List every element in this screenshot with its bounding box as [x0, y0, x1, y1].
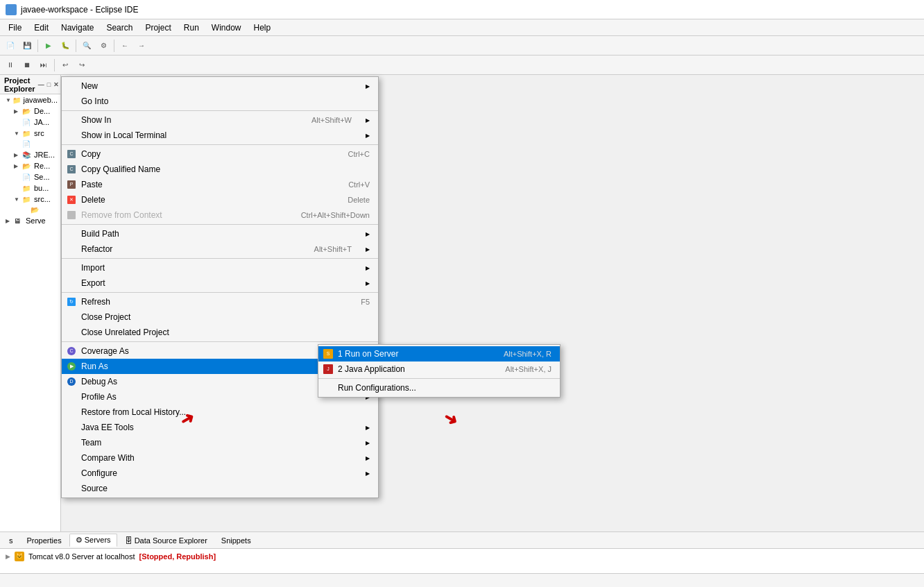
edit-menu[interactable]: Edit — [28, 22, 54, 34]
menu-show-local-terminal[interactable]: Show in Local Terminal ▶ — [62, 128, 378, 143]
status-bar — [0, 573, 924, 587]
bottom-panel-tabs: s Properties ⚙ Servers 🗄 Data Source Exp… — [0, 532, 924, 549]
menu-team[interactable]: Team ▶ — [62, 435, 378, 450]
submenu-run-on-server[interactable]: S 1 Run on Server Alt+Shift+X, R — [318, 346, 560, 361]
menu-build-path[interactable]: Build Path ▶ — [62, 226, 378, 241]
help-menu[interactable]: Help — [248, 22, 277, 34]
menu-refresh[interactable]: ↻ Refresh F5 — [62, 294, 378, 309]
menu-import[interactable]: Import ▶ — [62, 260, 378, 275]
tree-item-ja[interactable]: ▶ 📄 JA... — [0, 117, 60, 128]
menu-copy[interactable]: C Copy Ctrl+C — [62, 146, 378, 162]
menu-configure[interactable]: Configure ▶ — [62, 466, 378, 481]
menu-show-in-arrow: ▶ — [352, 117, 370, 124]
menu-source[interactable]: Source — [62, 481, 378, 496]
submenu-run-configurations-label: Run Configurations... — [338, 383, 551, 393]
toolbar2-btn4[interactable]: ↩ — [58, 58, 73, 73]
tree-item-sub[interactable]: ▶ 📄 — [0, 139, 60, 149]
submenu-run-configurations[interactable]: Run Configurations... — [318, 380, 560, 395]
navigate-menu[interactable]: Navigate — [55, 22, 99, 34]
menu-new-label: New — [81, 81, 352, 91]
explorer-panel: Project Explorer — □ ✕ ▼ 📁 javaweb... ▶ … — [0, 75, 61, 587]
panel-minimize[interactable]: — — [38, 79, 44, 90]
tree-arrow-re: ▶ — [14, 163, 22, 169]
toolbar-run[interactable]: ▶ — [41, 38, 56, 53]
menu-export[interactable]: Export ▶ — [62, 275, 378, 291]
panel-close[interactable]: ✕ — [53, 79, 59, 90]
menu-copy-qualified[interactable]: C Copy Qualified Name — [62, 162, 378, 177]
menu-copy-shortcut: Ctrl+C — [334, 150, 370, 158]
tab-s[interactable]: s — [3, 534, 19, 547]
menu-restore-history-label: Restore from Local History... — [81, 407, 370, 417]
bottom-panel-content: ▶ 🐱 Tomcat v8.0 Server at localhost [Sto… — [0, 549, 924, 564]
tree-item-bu[interactable]: ▶ 📁 bu... — [0, 182, 60, 194]
tree-item-de[interactable]: ▶ 📂 De... — [0, 105, 60, 117]
toolbar-new[interactable]: 📄 — [3, 38, 18, 53]
context-menu: New ▶ Go Into Show In Alt+Shift+W ▶ Show… — [61, 76, 379, 498]
run-as-icon: ▶ — [66, 361, 77, 372]
toolbar-sep3 — [114, 40, 114, 52]
toolbar-back[interactable]: ← — [117, 38, 132, 53]
toolbar2-btn3[interactable]: ⏭ — [36, 58, 51, 73]
tree-label-ja: JA... — [34, 118, 49, 126]
tree-arrow-jre: ▶ — [14, 152, 22, 158]
menu-show-local-terminal-arrow: ▶ — [352, 133, 370, 139]
server-list-item[interactable]: ▶ 🐱 Tomcat v8.0 Server at localhost [Sto… — [6, 552, 918, 561]
toolbar2-btn5[interactable]: ↪ — [74, 58, 89, 73]
menu-team-label: Team — [81, 438, 352, 448]
toolbar-settings[interactable]: ⚙ — [96, 38, 111, 53]
menu-restore-history[interactable]: Restore from Local History... — [62, 405, 378, 420]
menu-profile-as-label: Profile As — [81, 392, 352, 402]
project-menu[interactable]: Project — [139, 22, 176, 34]
menu-refactor[interactable]: Refactor Alt+Shift+T ▶ — [62, 241, 378, 257]
toolbar-sep1 — [37, 40, 38, 52]
tree-item-re[interactable]: ▶ 📂 Re... — [0, 160, 60, 171]
submenu-java-application[interactable]: J 2 Java Application Alt+Shift+X, J — [318, 361, 560, 377]
tab-snippets[interactable]: Snippets — [215, 534, 257, 547]
tree-item-se[interactable]: ▶ 📄 Se... — [0, 171, 60, 182]
tab-servers[interactable]: ⚙ Servers — [69, 534, 117, 547]
run-menu[interactable]: Run — [178, 22, 205, 34]
menu-delete[interactable]: ✕ Delete Delete — [62, 192, 378, 207]
tree-icon-jre: 📚 — [22, 151, 32, 159]
menu-export-arrow: ▶ — [352, 280, 370, 287]
window-title: javaee-workspace - Eclipse IDE — [21, 5, 138, 15]
tab-properties[interactable]: Properties — [21, 534, 68, 547]
panel-maximize[interactable]: □ — [47, 79, 51, 90]
menu-new[interactable]: New ▶ — [62, 78, 378, 94]
tree-item-src[interactable]: ▼ 📁 src — [0, 128, 60, 139]
toolbar-save[interactable]: 💾 — [19, 38, 35, 53]
menu-coverage-as-label: Coverage As — [81, 346, 352, 356]
toolbar-search[interactable]: 🔍 — [79, 38, 94, 53]
toolbar-forward[interactable]: → — [134, 38, 149, 53]
menu-sep2 — [62, 144, 378, 145]
delete-icon: ✕ — [66, 194, 77, 205]
menu-refresh-shortcut: F5 — [347, 298, 370, 306]
window-menu[interactable]: Window — [206, 22, 247, 34]
menu-java-ee-tools-label: Java EE Tools — [81, 423, 352, 432]
tab-datasource-explorer[interactable]: 🗄 Data Source Explorer — [119, 534, 214, 547]
toolbar-debug[interactable]: 🐛 — [58, 38, 73, 53]
menu-paste[interactable]: P Paste Ctrl+V — [62, 177, 378, 192]
menu-java-ee-tools[interactable]: Java EE Tools ▶ — [62, 420, 378, 435]
tree-item-serve[interactable]: ▶ 🖥 Serve — [0, 215, 60, 226]
toolbar2-btn2[interactable]: ⏹ — [19, 58, 35, 73]
menu-go-into[interactable]: Go Into — [62, 94, 378, 109]
search-menu[interactable]: Search — [101, 22, 138, 34]
menu-compare-with[interactable]: Compare With ▶ — [62, 450, 378, 466]
run-as-submenu: S 1 Run on Server Alt+Shift+X, R J 2 Jav… — [318, 344, 561, 398]
file-menu[interactable]: File — [3, 22, 27, 34]
menu-import-arrow: ▶ — [352, 265, 370, 271]
toolbar2-btn1[interactable]: ⏸ — [3, 58, 18, 73]
menu-show-in[interactable]: Show In Alt+Shift+W ▶ — [62, 112, 378, 128]
menu-build-path-arrow: ▶ — [352, 231, 370, 237]
tree-item-srcfolder[interactable]: ▼ 📁 src... — [0, 194, 60, 205]
tree-item-srcchild[interactable]: ▶ 📂 — [0, 205, 60, 215]
bottom-panel: s Properties ⚙ Servers 🗄 Data Source Exp… — [0, 531, 924, 573]
tree-item-jre[interactable]: ▶ 📚 JRE... — [0, 149, 60, 160]
menu-close-unrelated[interactable]: Close Unrelated Project — [62, 325, 378, 340]
menu-team-arrow: ▶ — [352, 440, 370, 446]
menu-close-project[interactable]: Close Project — [62, 309, 378, 325]
tree-label-de: De... — [34, 107, 50, 115]
java-app-icon: J — [323, 364, 334, 375]
tree-item-javaweb[interactable]: ▼ 📁 javaweb... — [0, 94, 60, 105]
